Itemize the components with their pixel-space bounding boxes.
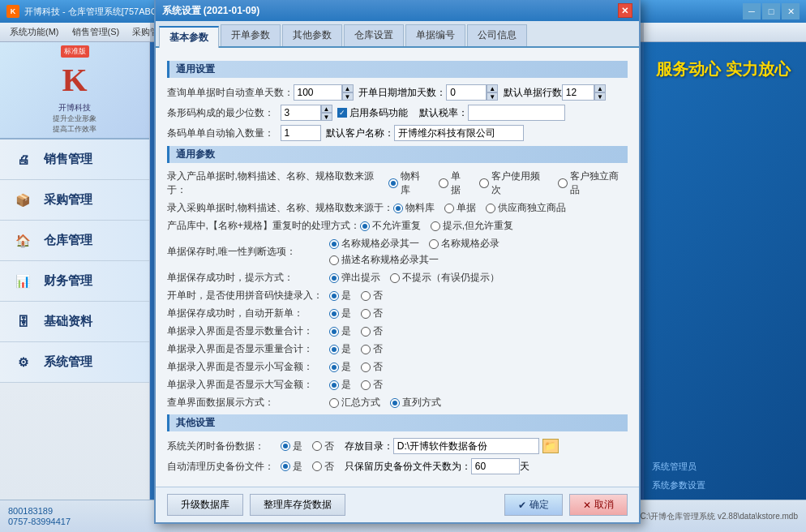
enable-barcode-label: 启用条码功能 — [349, 106, 408, 120]
save-dir-input[interactable] — [393, 438, 539, 454]
tab-order-params[interactable]: 开单参数 — [221, 24, 281, 46]
sales-radio-3[interactable]: 客户独立商品 — [558, 169, 627, 197]
tab-basic-params[interactable]: 基本参数 — [159, 26, 219, 48]
sidebar-item-finance[interactable]: 📊 财务管理 — [0, 261, 149, 302]
phone2: 0757-83994417 — [8, 517, 71, 526]
show-lower-radio-circle-1 — [361, 363, 371, 372]
row-new-order: 单据保存成功时，自动开新单： 是 否 — [167, 307, 628, 320]
show-lower-radio-1[interactable]: 否 — [361, 360, 383, 374]
tab-warehouse[interactable]: 仓库设置 — [344, 24, 404, 46]
row-purchase-desc: 录入采购单据时,物料描述、名称、规格取数来源于： 物料库 单据 供应商独立商品 — [167, 201, 628, 215]
show-total-radio-1[interactable]: 否 — [361, 324, 383, 338]
default-rows-input[interactable] — [562, 84, 594, 101]
tab-order-number[interactable]: 单据编号 — [405, 24, 465, 46]
default-rows-spinner: ▲ ▼ — [594, 84, 606, 101]
keep-days-input[interactable] — [471, 458, 520, 474]
sidebar-item-sales[interactable]: 🖨 销售管理 — [0, 139, 149, 180]
rows-spin-down[interactable]: ▼ — [594, 92, 606, 101]
upgrade-database-button[interactable]: 升级数据库 — [167, 494, 243, 516]
cancel-button[interactable]: ✕ 取消 — [569, 494, 628, 516]
barcode-auto-input[interactable] — [281, 125, 321, 141]
show-weight-radio-1[interactable]: 否 — [361, 342, 383, 356]
sales-desc-options: 物料库 单据 客户使用频次 客户独立商品 — [388, 169, 627, 197]
unique-radio-1[interactable]: 名称规格必录 — [429, 237, 499, 251]
sidebar-item-warehouse[interactable]: 🏠 仓库管理 — [0, 221, 149, 261]
right-link-settings[interactable]: 系统参数设置 — [652, 479, 798, 491]
backup-radio-1[interactable]: 否 — [312, 440, 334, 453]
menu-system[interactable]: 系统功能(M) — [3, 24, 66, 40]
menu-sales[interactable]: 销售管理(S) — [66, 24, 126, 40]
barcode-spin-up[interactable]: ▲ — [321, 105, 332, 113]
close-button[interactable]: ✕ — [782, 3, 800, 19]
pinyin-radio-0[interactable]: 是 — [329, 289, 351, 302]
query-mode-radio-1[interactable]: 直列方式 — [390, 396, 441, 410]
save-prompt-radio-1[interactable]: 不提示（有误仍提示） — [390, 271, 499, 285]
query-mode-label: 查单界面数据展示方式： — [167, 396, 329, 410]
show-weight-radio-circle-1 — [361, 345, 371, 354]
spin-up[interactable]: ▲ — [342, 84, 354, 92]
start-date-input-group: ▲ ▼ — [446, 84, 498, 101]
minimize-button[interactable]: ─ — [743, 3, 761, 19]
show-upper-radio-1[interactable]: 否 — [361, 378, 383, 392]
save-prompt-radio-0[interactable]: 弹出提示 — [329, 271, 380, 285]
show-total-radio-0[interactable]: 是 — [329, 324, 351, 338]
unique-radio-2[interactable]: 描述名称规格必录其一 — [329, 253, 499, 267]
enable-barcode-checkbox[interactable]: ✓ 启用条码功能 — [337, 106, 408, 120]
default-tax-input[interactable] — [468, 105, 565, 121]
new-order-radio-0[interactable]: 是 — [329, 307, 351, 320]
barcode-min-input[interactable] — [281, 105, 321, 121]
new-order-options: 是 否 — [329, 307, 383, 320]
dialog-overlay: 系统设置 (2021-01-09) ✕ 基本参数 开单参数 其他参数 仓库设置 … — [150, 23, 644, 500]
rows-spin-up[interactable]: ▲ — [594, 84, 606, 92]
row-backup: 系统关闭时备份数据： 是 否 存放目录： 📁 — [167, 438, 628, 454]
dialog-close-button[interactable]: ✕ — [618, 3, 632, 18]
maximize-button[interactable]: □ — [762, 3, 780, 19]
section-general-title: 通用设置 — [167, 61, 628, 78]
pinyin-radio-1[interactable]: 否 — [361, 289, 383, 302]
new-order-radio-1[interactable]: 否 — [361, 307, 383, 320]
show-lower-radio-0[interactable]: 是 — [329, 360, 351, 374]
tab-other-params[interactable]: 其他参数 — [282, 24, 342, 46]
clean-label: 自动清理历史备份文件： — [167, 460, 281, 474]
backup-radio-0[interactable]: 是 — [281, 440, 302, 453]
query-mode-radio-0[interactable]: 汇总方式 — [329, 396, 380, 410]
backup-radio-label-1: 否 — [324, 440, 334, 453]
query-auto-count-input[interactable] — [294, 84, 342, 101]
sales-radio-2[interactable]: 客户使用频次 — [479, 169, 548, 197]
sidebar-item-admin[interactable]: ⚙ 系统管理 — [0, 342, 149, 383]
purchase-radio-2[interactable]: 供应商独立商品 — [486, 201, 566, 215]
organize-inventory-button[interactable]: 整理库存货数据 — [250, 494, 345, 516]
sidebar-item-basic[interactable]: 🗄 基础资料 — [0, 302, 149, 342]
sales-radio-0[interactable]: 物料库 — [388, 169, 429, 197]
show-weight-radio-0[interactable]: 是 — [329, 342, 351, 356]
unique-radio-circle-1 — [429, 239, 439, 249]
duplicate-radio-0[interactable]: 不允许重复 — [360, 219, 421, 233]
sidebar-item-purchase[interactable]: 📦 采购管理 — [0, 180, 149, 221]
clean-radio-circle-1 — [312, 461, 322, 471]
right-link-admin[interactable]: 系统管理员 — [652, 461, 798, 473]
unique-radio-0[interactable]: 名称规格必录其一 — [329, 237, 419, 251]
start-spin-down[interactable]: ▼ — [487, 92, 498, 101]
show-upper-options: 是 否 — [329, 378, 383, 392]
sales-desc-label: 录入产品单据时,物料描述、名称、规格取数来源于： — [167, 169, 389, 197]
backup-radio-circle-1 — [312, 441, 322, 451]
logo-company: 开博科技 — [58, 102, 91, 114]
duplicate-radio-1[interactable]: 提示,但允许重复 — [431, 219, 513, 233]
purchase-radio-1[interactable]: 单据 — [444, 201, 476, 215]
default-customer-input[interactable] — [394, 125, 524, 141]
tab-company-info[interactable]: 公司信息 — [467, 24, 527, 46]
purchase-radio-0[interactable]: 物料库 — [393, 201, 435, 215]
start-date-input[interactable] — [446, 84, 487, 101]
clean-radio-1[interactable]: 否 — [312, 460, 334, 474]
sales-radio-1[interactable]: 单据 — [439, 169, 469, 197]
folder-button[interactable]: 📁 — [542, 439, 559, 453]
start-spin-up[interactable]: ▲ — [487, 84, 498, 92]
show-total-label: 单据录入界面是否显示数量合计： — [167, 324, 329, 338]
clean-radio-0[interactable]: 是 — [281, 460, 302, 474]
duplicate-radio-circle-0 — [360, 221, 370, 231]
show-upper-radio-0[interactable]: 是 — [329, 378, 351, 392]
confirm-button[interactable]: ✔ 确定 — [504, 494, 563, 516]
show-lower-options: 是 否 — [329, 360, 383, 374]
barcode-spin-down[interactable]: ▼ — [321, 113, 332, 121]
spin-down[interactable]: ▼ — [342, 92, 354, 101]
